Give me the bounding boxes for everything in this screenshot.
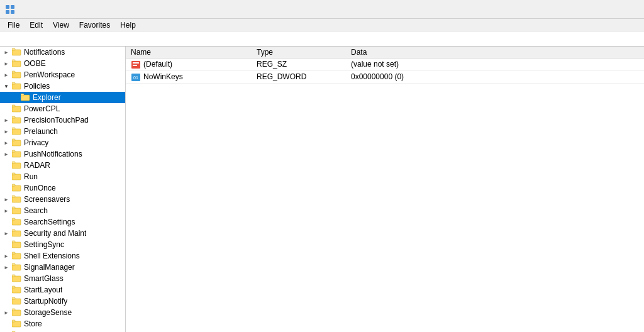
tree-arrow-prelaunch[interactable]: ► (3, 128, 10, 135)
svg-rect-53 (12, 320, 15, 322)
folder-icon-policies (12, 82, 22, 91)
tree-label-screensavers: Screensavers (24, 195, 70, 204)
tree-label-smartglass: SmartGlass (24, 274, 64, 283)
folder-icon-smartglass (12, 274, 22, 283)
svg-rect-38 (12, 242, 21, 248)
tree-arrow-screensavers[interactable]: ► (3, 196, 10, 203)
tree-item-settingsync[interactable]: ► SettingSync (0, 239, 125, 250)
table-header-name[interactable]: Name (126, 47, 252, 58)
folder-icon-startlayout (12, 285, 22, 294)
tree-item-powercpl[interactable]: ► PowerCPL (0, 103, 125, 114)
tree-arrow-shellextensions[interactable]: ► (3, 252, 10, 260)
svg-rect-16 (12, 118, 21, 123)
tree-item-oobe[interactable]: ► OOBE (0, 58, 125, 69)
svg-rect-9 (12, 71, 15, 73)
svg-rect-24 (12, 163, 21, 169)
tree-arrow-pushnotifications[interactable]: ► (3, 150, 10, 158)
tree-arrow-securityandmaint[interactable]: ► (3, 230, 10, 237)
main-content: ► Notifications► OOBE► PenWorkspace▼ Pol… (0, 47, 644, 332)
tree-arrow-notifications[interactable]: ► (3, 48, 10, 56)
svg-rect-32 (12, 208, 21, 214)
tree-arrow-privacy[interactable]: ► (3, 139, 10, 147)
tree-arrow-oobe[interactable]: ► (3, 60, 10, 67)
svg-rect-34 (12, 219, 21, 225)
folder-icon-shellextensions (12, 252, 22, 260)
tree-item-penworkspace[interactable]: ► PenWorkspace (0, 69, 125, 80)
folder-icon-searchsettings (12, 218, 22, 226)
reg-icon-default (131, 60, 141, 69)
svg-rect-46 (12, 287, 21, 293)
close-button[interactable] (610, 0, 639, 19)
tree-arrow-penworkspace[interactable]: ► (3, 71, 10, 79)
tree-label-runonce: RunOnce (24, 184, 56, 192)
tree-item-notifications[interactable]: ► Notifications (0, 47, 125, 58)
menu-item-file[interactable]: File (3, 19, 25, 31)
tree-panel[interactable]: ► Notifications► OOBE► PenWorkspace▼ Pol… (0, 47, 126, 332)
svg-rect-21 (12, 139, 15, 141)
tree-item-radar[interactable]: ► RADAR (0, 160, 125, 171)
svg-rect-47 (12, 286, 15, 288)
svg-rect-19 (12, 128, 15, 130)
tree-item-startupnotify[interactable]: ► StartupNotify (0, 296, 125, 307)
tree-label-signalmanager: SignalManager (24, 263, 75, 272)
svg-rect-43 (12, 263, 15, 265)
table-row-nowinkeys[interactable]: 01 NoWinKeysREG_DWORD0x00000000 (0) (126, 70, 644, 83)
svg-rect-37 (12, 230, 15, 231)
tree-item-startlayout[interactable]: ► StartLayout (0, 284, 125, 296)
tree-label-powercpl: PowerCPL (24, 104, 60, 113)
menu-item-favorites[interactable]: Favorites (74, 19, 115, 31)
tree-item-shellextensions[interactable]: ► Shell Extensions (0, 250, 125, 262)
tree-item-smartglass[interactable]: ► SmartGlass (0, 273, 125, 284)
tree-arrow-search[interactable]: ► (3, 207, 10, 214)
tree-label-pushnotifications: PushNotifications (24, 150, 82, 158)
tree-label-prelaunch: Prelaunch (24, 127, 58, 136)
folder-icon-radar (12, 161, 22, 170)
svg-rect-52 (12, 321, 21, 327)
tree-label-explorer: Explorer (33, 93, 61, 102)
folder-icon-pushnotifications (12, 150, 22, 158)
menu-item-help[interactable]: Help (115, 19, 141, 31)
tree-arrow-storagesense[interactable]: ► (3, 309, 10, 316)
table-header-type[interactable]: Type (252, 47, 346, 58)
table-row-default[interactable]: (Default)REG_SZ(value not set) (126, 58, 644, 71)
svg-rect-40 (12, 253, 21, 259)
folder-icon-storagesense (12, 308, 22, 317)
svg-text:01: 01 (133, 75, 138, 80)
tree-arrow-policies[interactable]: ▼ (3, 82, 10, 90)
svg-rect-6 (12, 61, 21, 67)
tree-item-store[interactable]: ► Store (0, 318, 125, 329)
maximize-button[interactable] (581, 0, 610, 19)
tree-item-searchsettings[interactable]: ► SearchSettings (0, 216, 125, 228)
tree-item-precisiontouchpad[interactable]: ► PrecisionTouchPad (0, 114, 125, 126)
tree-item-signalmanager[interactable]: ► SignalManager (0, 262, 125, 273)
tree-label-storagesense: StorageSense (24, 308, 72, 317)
svg-rect-10 (12, 84, 21, 89)
svg-rect-26 (12, 174, 21, 180)
tree-label-precisiontouchpad: PrecisionTouchPad (24, 116, 89, 124)
folder-icon-search (12, 206, 22, 215)
cell-name-text-default: (Default) (143, 60, 172, 69)
tree-arrow-precisiontouchpad[interactable]: ► (3, 116, 10, 124)
tree-item-search[interactable]: ► Search (0, 205, 125, 216)
tree-item-runonce[interactable]: ► RunOnce (0, 182, 125, 194)
tree-item-prelaunch[interactable]: ► Prelaunch (0, 126, 125, 137)
tree-item-screensavers[interactable]: ► Screensavers (0, 194, 125, 205)
tree-item-run[interactable]: ► Run (0, 171, 125, 182)
tree-item-securityandmaint[interactable]: ► Security and Maint (0, 228, 125, 239)
tree-label-search: Search (24, 206, 48, 215)
tree-item-policies[interactable]: ▼ Policies (0, 80, 125, 92)
folder-icon-penworkspace (12, 70, 22, 79)
tree-arrow-signalmanager[interactable]: ► (3, 263, 10, 271)
minimize-button[interactable] (552, 0, 581, 19)
menu-item-view[interactable]: View (48, 19, 74, 31)
tree-item-storagesense[interactable]: ► StorageSense (0, 307, 125, 318)
folder-icon-privacy (12, 138, 22, 147)
menu-item-edit[interactable]: Edit (25, 19, 48, 31)
svg-rect-22 (12, 152, 21, 157)
reg-icon-nowinkeys: 01 (131, 73, 141, 82)
tree-item-privacy[interactable]: ► Privacy (0, 137, 125, 148)
tree-item-explorer[interactable]: ► Explorer (0, 92, 125, 103)
table-header-data[interactable]: Data (346, 47, 644, 58)
tree-item-pushnotifications[interactable]: ► PushNotifications (0, 148, 125, 160)
tree-item-taskflow[interactable]: ► TaskFlow (0, 329, 125, 332)
